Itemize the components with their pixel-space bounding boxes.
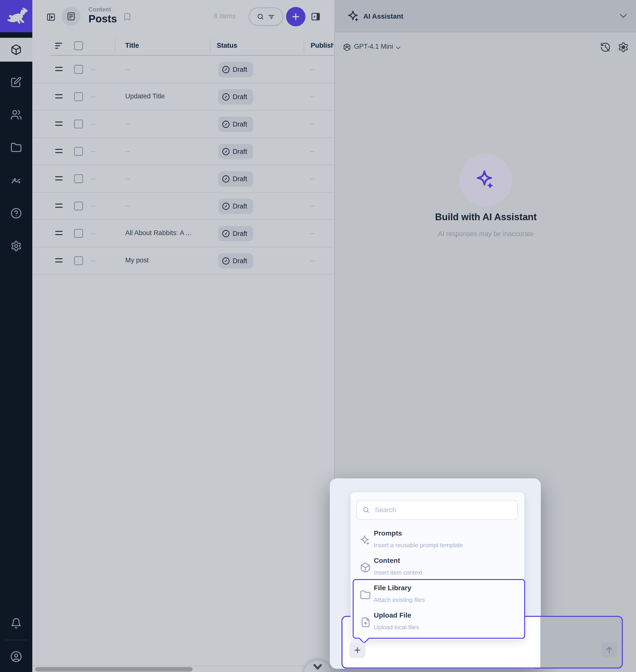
row-published-dash: -- (310, 257, 314, 264)
sidebar-item-insights[interactable] (0, 169, 32, 192)
model-chevron-icon (396, 46, 401, 50)
create-new-button[interactable] (286, 7, 305, 26)
table-row[interactable]: -- -- Draft -- (32, 138, 334, 165)
row-checkbox[interactable] (74, 120, 83, 129)
bookmark-button[interactable] (123, 12, 132, 22)
row-title[interactable]: My post (125, 256, 149, 264)
sidebar-item-settings[interactable] (0, 234, 32, 258)
table-row[interactable]: -- -- Draft -- (32, 165, 334, 193)
row-title-dash: -- (125, 120, 130, 128)
send-arrow-icon (605, 646, 614, 654)
file-upload-icon (360, 617, 371, 628)
draft-icon (222, 257, 230, 265)
table-bottom-border (32, 666, 334, 666)
cube-icon (11, 44, 22, 55)
send-button[interactable] (601, 642, 617, 657)
status-label: Draft (233, 257, 247, 265)
draft-icon (222, 175, 230, 183)
drag-handle-icon[interactable] (55, 203, 63, 208)
sidebar-divider (5, 640, 27, 640)
draft-icon (222, 93, 230, 101)
table-row[interactable]: -- My post Draft -- (32, 247, 334, 275)
status-label: Draft (233, 93, 247, 101)
search-filter-button[interactable] (249, 7, 283, 26)
ai-panel-collapse[interactable] (619, 14, 627, 18)
row-checkbox[interactable] (74, 174, 83, 183)
row-checkbox[interactable] (74, 201, 83, 211)
column-header-title[interactable]: Title (125, 42, 139, 50)
select-all-checkbox[interactable] (74, 41, 83, 50)
drag-handle-icon[interactable] (55, 67, 63, 71)
menu-item-upload-file[interactable]: Upload File (374, 611, 411, 619)
drag-handle-icon[interactable] (55, 149, 63, 153)
scroll-down-button[interactable] (304, 660, 332, 672)
drag-handle-icon[interactable] (55, 94, 63, 98)
column-divider (210, 39, 211, 53)
row-title[interactable]: All About Rabbits: A ... (125, 229, 191, 237)
edit-icon (11, 77, 22, 87)
bell-icon (11, 617, 22, 629)
table-row[interactable]: -- -- Draft -- (32, 56, 334, 83)
sort-icon[interactable] (55, 43, 62, 49)
sidebar-item-files[interactable] (0, 136, 32, 160)
row-checkbox[interactable] (74, 229, 83, 238)
app-logo[interactable] (0, 0, 32, 32)
menu-item-content[interactable]: Content (374, 557, 400, 565)
row-id-dash: -- (91, 202, 95, 210)
sidebar-item-notifications[interactable] (0, 611, 32, 635)
gear-icon (618, 42, 629, 53)
row-title-dash: -- (125, 147, 130, 155)
column-header-status[interactable]: Status (217, 42, 237, 50)
horizontal-scrollbar[interactable] (35, 667, 193, 672)
row-checkbox[interactable] (74, 92, 83, 101)
jackrabbit-logo-icon (4, 6, 28, 26)
search-icon (257, 13, 264, 20)
row-published-dash: -- (310, 65, 314, 73)
draft-icon (222, 120, 230, 129)
table-row[interactable]: -- All About Rabbits: A ... Draft -- (32, 220, 334, 247)
status-label: Draft (233, 66, 247, 74)
sidebar-item-content[interactable] (0, 38, 32, 62)
menu-item-prompts[interactable]: Prompts (374, 529, 402, 537)
row-title-dash: -- (125, 65, 130, 73)
popup-search[interactable] (356, 500, 518, 520)
table-row[interactable]: -- -- Draft -- (32, 193, 334, 220)
table-row[interactable]: -- -- Draft -- (32, 111, 334, 138)
search-input[interactable] (374, 506, 512, 514)
document-icon (66, 12, 76, 21)
column-header-published[interactable]: Publish (311, 42, 334, 50)
drag-handle-icon[interactable] (55, 121, 63, 126)
row-checkbox[interactable] (74, 256, 83, 265)
sidebar-item-help[interactable] (0, 201, 32, 225)
ai-hero-bubble (459, 154, 512, 206)
drag-handle-icon[interactable] (55, 258, 63, 262)
status-badge: Draft (218, 226, 253, 241)
row-title[interactable]: Updated Title (125, 93, 165, 100)
folder-icon (11, 142, 22, 153)
drag-handle-icon[interactable] (55, 231, 63, 235)
status-label: Draft (233, 148, 247, 156)
model-label[interactable]: GPT-4.1 Mini (354, 43, 393, 51)
status-label: Draft (233, 230, 247, 238)
drag-handle-icon[interactable] (55, 176, 63, 180)
attach-button[interactable] (350, 642, 365, 658)
panel-right-toggle[interactable] (311, 12, 321, 22)
row-published-dash: -- (310, 93, 314, 100)
sidebar-item-edit[interactable] (0, 70, 32, 94)
row-checkbox[interactable] (74, 147, 83, 156)
draft-icon (222, 202, 230, 211)
status-badge: Draft (218, 199, 253, 214)
ai-settings-button[interactable] (618, 42, 629, 53)
panel-left-toggle[interactable] (46, 13, 56, 22)
row-id-dash: -- (91, 175, 95, 182)
row-published-dash: -- (310, 175, 314, 182)
row-checkbox[interactable] (74, 65, 83, 74)
clear-history-button[interactable] (600, 42, 611, 53)
table-row[interactable]: -- Updated Title Draft -- (32, 83, 334, 111)
sidebar-item-users[interactable] (0, 103, 32, 127)
menu-item-file-library[interactable]: File Library (374, 584, 411, 592)
sidebar-item-account[interactable] (0, 645, 32, 669)
ai-hero-title: Build with AI Assistant (384, 212, 588, 222)
collection-icon-button[interactable] (62, 7, 81, 26)
sparkles-icon (360, 535, 371, 546)
